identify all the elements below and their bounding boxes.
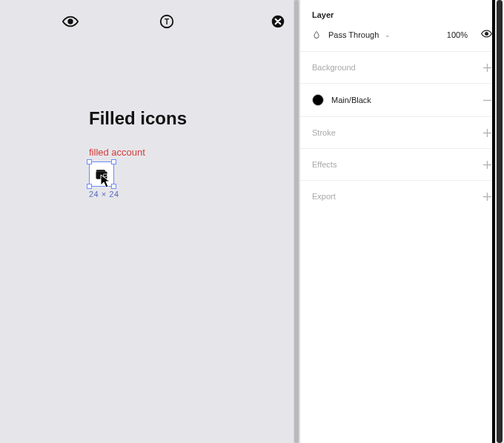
background-section: Background	[300, 52, 504, 84]
inspector-panel: Layer Pass Through ⌄ 100% Background	[299, 0, 504, 443]
effects-section: Effects	[300, 149, 504, 181]
canvas-frame-label: watch	[37, 0, 104, 2]
scrollbar-thumb[interactable]	[294, 0, 299, 443]
minus-icon	[483, 96, 491, 104]
wallet-icon	[94, 167, 109, 181]
export-section: Export	[300, 181, 504, 212]
fill-color-name[interactable]: Main/Black	[331, 96, 474, 104]
icon-label-watch: watch	[37, 0, 104, 8]
svg-point-0	[68, 19, 73, 24]
add-background-button[interactable]	[482, 62, 492, 73]
close-circle-icon	[271, 14, 285, 29]
effects-section-title: Effects	[312, 160, 336, 169]
inspector-vertical-scrollbar[interactable]	[495, 0, 504, 443]
svg-point-5	[485, 33, 488, 36]
background-section-title: Background	[312, 63, 356, 72]
resize-handle-top-left[interactable]	[87, 159, 92, 164]
selected-frame[interactable]	[89, 161, 114, 187]
blend-mode-dropdown[interactable]: Pass Through ⌄	[328, 30, 391, 39]
remove-fill-button[interactable]	[482, 95, 492, 105]
resize-handle-bottom-right[interactable]	[111, 184, 116, 189]
add-export-button[interactable]	[482, 191, 492, 201]
plus-icon	[483, 129, 491, 137]
blend-mode-value: Pass Through	[328, 30, 379, 39]
fill-section: Main/Black	[300, 84, 504, 117]
eye-icon	[481, 28, 492, 39]
resize-handle-top-right[interactable]	[111, 159, 116, 164]
canvas-vertical-scrollbar[interactable]	[294, 0, 299, 443]
stroke-section: Stroke	[300, 117, 504, 149]
plus-icon	[483, 161, 491, 169]
section-title: Filled icons	[89, 108, 187, 129]
resize-handle-bottom-left[interactable]	[87, 184, 92, 189]
design-canvas[interactable]: watch token close-cir T Filled icons fi	[0, 0, 299, 443]
scrollbar-thumb[interactable]	[497, 0, 503, 443]
add-effect-button[interactable]	[482, 159, 492, 170]
selection-dimensions: 24 × 24	[89, 190, 119, 199]
fill-color-swatch[interactable]	[312, 94, 324, 106]
chevron-down-icon: ⌄	[385, 31, 391, 39]
export-section-title: Export	[312, 192, 336, 201]
eye-icon	[62, 13, 79, 30]
plus-icon	[483, 64, 491, 72]
plus-icon	[483, 193, 491, 201]
icon-label-token: token	[133, 0, 200, 8]
svg-rect-4	[104, 174, 107, 176]
selected-frame-label[interactable]: filled account	[89, 147, 145, 158]
canvas-frame-label: token	[133, 0, 200, 2]
canvas-frame-watch[interactable]	[37, 13, 104, 30]
layer-section: Layer Pass Through ⌄ 100%	[300, 0, 504, 52]
layer-visibility-toggle[interactable]	[481, 28, 492, 41]
layer-opacity-value[interactable]: 100%	[447, 30, 468, 39]
blend-mode-icon	[312, 30, 321, 39]
token-icon: T	[159, 13, 175, 30]
stroke-section-title: Stroke	[312, 128, 336, 137]
svg-text:T: T	[165, 18, 170, 26]
canvas-frame-token[interactable]: T	[133, 13, 200, 30]
layer-section-title: Layer	[312, 10, 334, 19]
add-stroke-button[interactable]	[482, 127, 492, 138]
